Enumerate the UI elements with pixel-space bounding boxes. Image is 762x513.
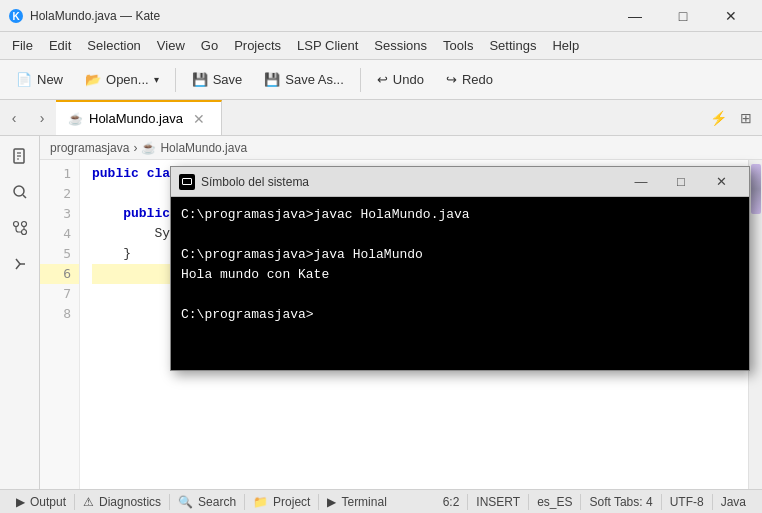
svg-text:K: K: [12, 11, 20, 22]
diagnostics-icon: ⚠: [83, 495, 94, 509]
redo-label: Redo: [462, 72, 493, 87]
diagnostics-label: Diagnostics: [99, 495, 161, 509]
project-label: Project: [273, 495, 310, 509]
save-icon: 💾: [192, 72, 208, 87]
mode-text: INSERT: [476, 495, 520, 509]
diagnostics-panel-button[interactable]: ⚠ Diagnostics: [75, 490, 169, 514]
terminal-panel-button[interactable]: ▶ Terminal: [319, 490, 394, 514]
breadcrumb-folder: programasjava: [50, 141, 129, 155]
breadcrumb-sep: ›: [133, 141, 137, 155]
status-bar: ▶ Output ⚠ Diagnostics 🔍 Search 📁 Projec…: [0, 489, 762, 513]
project-panel-button[interactable]: 📁 Project: [245, 490, 318, 514]
undo-button[interactable]: ↩ Undo: [367, 64, 434, 96]
terminal-line6: C:\programasjava>: [181, 305, 739, 325]
cursor-position[interactable]: 6:2: [435, 490, 468, 514]
terminal-app-icon: [179, 174, 195, 190]
redo-icon: ↪: [446, 72, 457, 87]
project-icon: 📁: [253, 495, 268, 509]
menu-projects[interactable]: Projects: [226, 34, 289, 57]
close-button[interactable]: ✕: [708, 0, 754, 32]
output-label: Output: [30, 495, 66, 509]
menu-help[interactable]: Help: [544, 34, 587, 57]
saveas-icon: 💾: [264, 72, 280, 87]
tab-close-button[interactable]: ✕: [189, 109, 209, 129]
terminal-line5: [181, 285, 739, 305]
locale-display[interactable]: es_ES: [529, 490, 580, 514]
toolbar-sep1: [175, 68, 176, 92]
menu-file[interactable]: File: [4, 34, 41, 57]
open-button[interactable]: 📂 Open... ▾: [75, 64, 169, 96]
output-panel-button[interactable]: ▶ Output: [8, 490, 74, 514]
menu-settings[interactable]: Settings: [481, 34, 544, 57]
menu-bar: File Edit Selection View Go Projects LSP…: [0, 32, 762, 60]
flash-button[interactable]: ⚡: [706, 106, 730, 130]
menu-tools[interactable]: Tools: [435, 34, 481, 57]
svg-point-9: [21, 230, 26, 235]
new-icon: 📄: [16, 72, 32, 87]
position-text: 6:2: [443, 495, 460, 509]
terminal-controls: — □ ✕: [621, 167, 741, 197]
breadcrumb-file: HolaMundo.java: [160, 141, 247, 155]
split-button[interactable]: ⊞: [734, 106, 758, 130]
maximize-button[interactable]: □: [660, 0, 706, 32]
app-icon: K: [8, 8, 24, 24]
terminal-titlebar: Símbolo del sistema — □ ✕: [171, 167, 749, 197]
svg-point-10: [21, 222, 26, 227]
terminal-status-icon: ▶: [327, 495, 336, 509]
terminal-minimize-button[interactable]: —: [621, 167, 661, 197]
save-label: Save: [213, 72, 243, 87]
tab-spacer: [222, 100, 702, 135]
svg-point-6: [14, 186, 24, 196]
tab-bar: ‹ › ☕ HolaMundo.java ✕ ⚡ ⊞: [0, 100, 762, 136]
terminal-line1: C:\programasjava>javac HolaMundo.java: [181, 205, 739, 225]
save-button[interactable]: 💾 Save: [182, 64, 253, 96]
new-button[interactable]: 📄 New: [6, 64, 73, 96]
tab-prev-button[interactable]: ‹: [0, 100, 28, 135]
saveas-button[interactable]: 💾 Save As...: [254, 64, 354, 96]
terminal-window: Símbolo del sistema — □ ✕ C:\programasja…: [170, 166, 750, 371]
breadcrumb: programasjava › ☕ HolaMundo.java: [40, 136, 762, 160]
search-panel-button[interactable]: 🔍 Search: [170, 490, 244, 514]
window-controls: — □ ✕: [612, 0, 754, 32]
terminal-body[interactable]: C:\programasjava>javac HolaMundo.java C:…: [171, 197, 749, 370]
sidebar-arrow-icon[interactable]: [4, 248, 36, 280]
sidebar-git-icon[interactable]: [4, 212, 36, 244]
terminal-maximize-button[interactable]: □: [661, 167, 701, 197]
redo-button[interactable]: ↪ Redo: [436, 64, 503, 96]
tab-holamundo[interactable]: ☕ HolaMundo.java ✕: [56, 100, 222, 135]
menu-view[interactable]: View: [149, 34, 193, 57]
terminal-label: Terminal: [341, 495, 386, 509]
svg-line-7: [23, 195, 26, 198]
editor-wrapper: programasjava › ☕ HolaMundo.java 1 2 3 4…: [40, 136, 762, 489]
encoding-text: UTF-8: [670, 495, 704, 509]
menu-sessions[interactable]: Sessions: [366, 34, 435, 57]
toolbar: 📄 New 📂 Open... ▾ 💾 Save 💾 Save As... ↩ …: [0, 60, 762, 100]
search-icon: 🔍: [178, 495, 193, 509]
terminal-line3: C:\programasjava>java HolaMundo: [181, 245, 739, 265]
sidebar-documents-icon[interactable]: [4, 140, 36, 172]
tab-next-button[interactable]: ›: [28, 100, 56, 135]
terminal-close-button[interactable]: ✕: [701, 167, 741, 197]
tab-file-icon: ☕: [68, 112, 83, 126]
svg-point-8: [13, 222, 18, 227]
indent-display[interactable]: Soft Tabs: 4: [581, 490, 660, 514]
menu-selection[interactable]: Selection: [79, 34, 148, 57]
open-label: Open...: [106, 72, 149, 87]
main-area: programasjava › ☕ HolaMundo.java 1 2 3 4…: [0, 136, 762, 489]
menu-edit[interactable]: Edit: [41, 34, 79, 57]
terminal-title: Símbolo del sistema: [201, 175, 621, 189]
indent-text: Soft Tabs: 4: [589, 495, 652, 509]
terminal-line2: [181, 225, 739, 245]
line-numbers: 1 2 3 4 5 6 7 8: [40, 160, 80, 489]
open-icon: 📂: [85, 72, 101, 87]
minimize-button[interactable]: —: [612, 0, 658, 32]
filetype-display[interactable]: Java: [713, 490, 754, 514]
filetype-text: Java: [721, 495, 746, 509]
left-sidebar: [0, 136, 40, 489]
sidebar-search-icon[interactable]: [4, 176, 36, 208]
locale-text: es_ES: [537, 495, 572, 509]
editor-mode[interactable]: INSERT: [468, 490, 528, 514]
encoding-display[interactable]: UTF-8: [662, 490, 712, 514]
menu-go[interactable]: Go: [193, 34, 226, 57]
menu-lsp[interactable]: LSP Client: [289, 34, 366, 57]
